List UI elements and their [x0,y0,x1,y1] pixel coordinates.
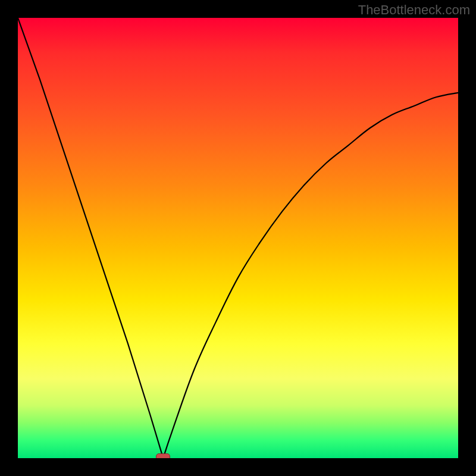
plot-area [18,18,458,458]
curve-path [18,18,458,458]
watermark-text: TheBottleneck.com [358,2,470,18]
bottleneck-curve [18,18,458,458]
minimum-marker [156,453,170,458]
